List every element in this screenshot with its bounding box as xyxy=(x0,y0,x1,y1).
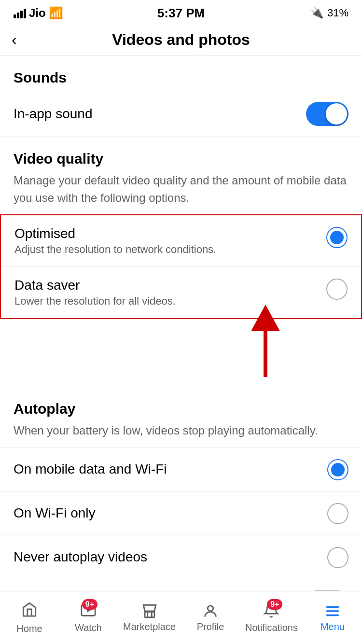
svg-rect-4 xyxy=(145,612,154,617)
page-title: Videos and photos xyxy=(112,31,250,49)
notifications-label: Notifications xyxy=(245,622,298,633)
autoplay-wifi-only-label: On Wi-Fi only xyxy=(14,505,96,521)
battery-level: 31% xyxy=(327,7,348,19)
in-app-sound-label: In-app sound xyxy=(14,106,92,122)
nav-item-watch[interactable]: 9+ Watch xyxy=(64,602,112,633)
optimised-radio[interactable] xyxy=(326,227,348,248)
main-content: Sounds In-app sound Video quality Manage… xyxy=(0,56,362,644)
optimised-option[interactable]: Optimised Adjust the resolution to netwo… xyxy=(1,215,361,266)
home-icon xyxy=(21,601,38,621)
profile-icon xyxy=(202,603,219,619)
autoplay-mobile-wifi-row[interactable]: On mobile data and Wi-Fi xyxy=(0,447,362,491)
optimised-subtitle: Adjust the resolution to network conditi… xyxy=(14,243,326,256)
in-app-sound-row: In-app sound xyxy=(0,91,362,137)
autoplay-wifi-only-radio[interactable] xyxy=(327,503,348,524)
svg-point-7 xyxy=(208,606,213,611)
nav-item-marketplace[interactable]: Marketplace xyxy=(123,603,176,632)
carrier-label: Jio xyxy=(29,6,46,20)
svg-marker-1 xyxy=(251,305,280,331)
nav-item-profile[interactable]: Profile xyxy=(186,603,235,632)
nav-item-home[interactable]: Home xyxy=(5,601,54,634)
in-app-sound-toggle[interactable] xyxy=(306,102,348,126)
autoplay-title: Autoplay xyxy=(0,387,362,422)
video-quality-options: Optimised Adjust the resolution to netwo… xyxy=(0,214,362,319)
sounds-section: Sounds In-app sound xyxy=(0,56,362,137)
status-time: 5:37 PM xyxy=(157,6,205,21)
marketplace-label: Marketplace xyxy=(123,621,176,632)
video-quality-title: Video quality xyxy=(0,137,362,172)
home-label: Home xyxy=(16,623,42,634)
nav-item-menu[interactable]: Menu xyxy=(308,603,357,632)
autoplay-description: When your battery is low, videos stop pl… xyxy=(0,422,362,447)
menu-icon xyxy=(324,603,341,619)
data-saver-option[interactable]: Data saver Lower the resolution for all … xyxy=(1,266,361,318)
battery-icon: 🔌 xyxy=(310,7,323,19)
red-arrow-annotation xyxy=(241,305,290,382)
optimised-title: Optimised xyxy=(14,226,326,241)
video-quality-section: Video quality Manage your default video … xyxy=(0,137,362,319)
signal-icon xyxy=(14,8,26,18)
autoplay-never-label: Never autoplay videos xyxy=(14,549,147,565)
header: ‹ Videos and photos xyxy=(0,24,362,56)
status-right: 🔌 31% xyxy=(310,7,348,19)
autoplay-never-row[interactable]: Never autoplay videos xyxy=(0,535,362,579)
autoplay-never-radio[interactable] xyxy=(327,547,348,568)
marketplace-icon xyxy=(141,603,158,619)
autoplay-mobile-wifi-radio[interactable] xyxy=(327,459,348,480)
watch-badge: 9+ xyxy=(82,599,97,610)
wifi-icon: 📶 xyxy=(49,6,63,20)
notifications-badge: 9+ xyxy=(267,599,282,610)
autoplay-mobile-wifi-label: On mobile data and Wi-Fi xyxy=(14,462,167,477)
sounds-section-title: Sounds xyxy=(0,56,362,91)
profile-label: Profile xyxy=(197,621,224,632)
menu-label: Menu xyxy=(320,621,345,632)
bottom-nav: Home 9+ Watch Marketplace Profile xyxy=(0,591,362,644)
data-saver-title: Data saver xyxy=(14,278,326,293)
video-quality-description: Manage your default video quality and th… xyxy=(0,172,362,214)
autoplay-section: Autoplay When your battery is low, video… xyxy=(0,387,362,625)
status-left: Jio 📶 xyxy=(14,6,63,20)
nav-item-notifications[interactable]: 9+ Notifications xyxy=(245,602,298,633)
toggle-knob xyxy=(326,103,347,125)
back-button[interactable]: ‹ xyxy=(12,31,17,49)
status-bar: Jio 📶 5:37 PM 🔌 31% xyxy=(0,0,362,24)
data-saver-radio[interactable] xyxy=(326,279,348,300)
autoplay-wifi-only-row[interactable]: On Wi-Fi only xyxy=(0,491,362,535)
radio-inner-selected xyxy=(330,231,344,244)
watch-label: Watch xyxy=(75,622,102,633)
